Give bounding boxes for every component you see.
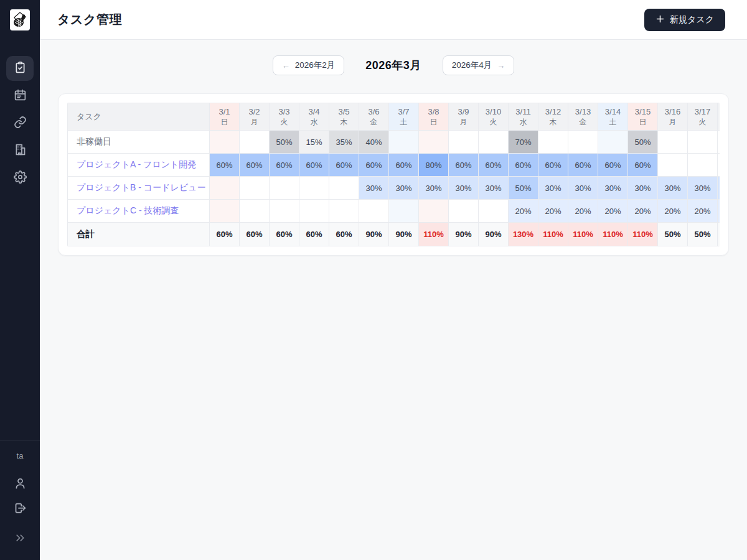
sidebar-nav: [6, 56, 34, 190]
allocation-cell: [449, 200, 479, 223]
allocation-cell: 60%: [538, 154, 568, 177]
collapse-sidebar-button[interactable]: [6, 526, 34, 551]
allocation-cell: 30%: [628, 177, 658, 200]
allocation-cell: [688, 131, 718, 154]
month-nav: ← 2026年2月 2026年3月 2026年4月 →: [40, 55, 747, 75]
allocation-card: タスク3/1日3/2月3/3火3/4水3/5木3/6金3/7土3/8日3/9月3…: [58, 93, 729, 256]
allocation-cell: 50%: [270, 131, 299, 154]
allocation-cell: 60%: [240, 154, 270, 177]
date-header: 3/14土: [598, 103, 628, 131]
allocation-cell: 70%: [509, 131, 538, 154]
allocation-cell: 20%: [598, 200, 628, 223]
allocation-cell: 30%: [538, 177, 568, 200]
allocation-cell: [718, 154, 720, 177]
date-header: 3/9月: [449, 103, 479, 131]
allocation-cell: 60%: [628, 154, 658, 177]
project-link[interactable]: プロジェクトB - コードレビュー: [68, 177, 210, 200]
allocation-cell: 30%: [598, 177, 628, 200]
allocation-cell: 60%: [568, 154, 598, 177]
allocation-cell: [449, 131, 479, 154]
allocation-cell: 30%: [568, 177, 598, 200]
new-task-button[interactable]: 新規タスク: [644, 9, 725, 31]
header: タスク管理 新規タスク: [40, 0, 747, 40]
allocation-cell: 20%: [658, 200, 688, 223]
sidebar-divider: [0, 441, 40, 441]
chevrons-right-icon: [14, 531, 27, 547]
allocation-cell: [299, 177, 329, 200]
project-link[interactable]: プロジェクトC - 技術調査: [68, 200, 210, 223]
prev-month-label: 2026年2月: [295, 60, 336, 71]
app-logo: [10, 9, 30, 30]
logo-image: [12, 11, 28, 29]
allocation-cell: 35%: [329, 131, 359, 154]
allocation-cell: [240, 131, 270, 154]
table-clip: タスク3/1日3/2月3/3火3/4水3/5木3/6金3/7土3/8日3/9月3…: [67, 103, 720, 246]
allocation-cell: [568, 131, 598, 154]
sidebar-item-links[interactable]: [6, 111, 34, 136]
allocation-cell: [210, 200, 240, 223]
total-cell: 90%: [479, 223, 509, 246]
allocation-cell: 60%: [329, 154, 359, 177]
allocation-cell: 60%: [509, 154, 538, 177]
date-header: 3/10火: [479, 103, 509, 131]
prev-month-button[interactable]: ← 2026年2月: [273, 55, 345, 75]
allocation-cell: [658, 154, 688, 177]
allocation-cell: 20%: [538, 200, 568, 223]
total-cell: 60%: [270, 223, 299, 246]
allocation-cell: 20%: [688, 200, 718, 223]
allocation-cell: 20%: [628, 200, 658, 223]
date-header: 3/15日: [628, 103, 658, 131]
page-title: タスク管理: [57, 11, 122, 28]
allocation-cell: [419, 200, 449, 223]
user-icon: [14, 477, 27, 492]
sidebar-item-tasks[interactable]: [6, 56, 34, 81]
allocation-cell: [210, 131, 240, 154]
allocation-cell: [419, 131, 449, 154]
total-cell: 110%: [628, 223, 658, 246]
total-row: 合計60%60%60%60%60%90%90%110%90%90%130%110…: [68, 223, 720, 246]
sidebar-item-company[interactable]: [6, 138, 34, 163]
user-menu-button[interactable]: [6, 472, 34, 497]
allocation-cell: [299, 200, 329, 223]
allocation-cell: [658, 131, 688, 154]
total-label: 合計: [68, 223, 210, 246]
date-header: 3/13金: [568, 103, 598, 131]
task-row: プロジェクトA - フロント開発60%60%60%60%60%60%60%80%…: [68, 154, 720, 177]
allocation-cell: 60%: [449, 154, 479, 177]
allocation-cell: 50%: [509, 177, 538, 200]
allocation-cell: 15%: [299, 131, 329, 154]
allocation-cell: 60%: [210, 154, 240, 177]
link-icon: [14, 116, 27, 131]
date-header: 3/8日: [419, 103, 449, 131]
allocation-cell: 60%: [479, 154, 509, 177]
plus-icon: [655, 14, 665, 26]
sidebar-item-calendar[interactable]: [6, 83, 34, 108]
allocation-cell: [359, 200, 389, 223]
building-icon: [14, 143, 27, 159]
task-row: 非稼働日50%15%35%40%70%50%: [68, 131, 720, 154]
total-cell: 110%: [568, 223, 598, 246]
allocation-cell: [240, 177, 270, 200]
new-task-button-label: 新規タスク: [670, 14, 714, 26]
allocation-cell: [688, 154, 718, 177]
total-cell: 110%: [538, 223, 568, 246]
allocation-cell: [538, 131, 568, 154]
next-month-button[interactable]: 2026年4月 →: [443, 55, 515, 75]
date-header: 3/12木: [538, 103, 568, 131]
logout-button[interactable]: [6, 497, 34, 521]
task-row: プロジェクトC - 技術調査20%20%20%20%20%20%20%20%: [68, 200, 720, 223]
task-row: プロジェクトB - コードレビュー30%30%30%30%30%50%30%30…: [68, 177, 720, 200]
allocation-cell: 30%: [449, 177, 479, 200]
allocation-cell: 60%: [270, 154, 299, 177]
sidebar-item-settings[interactable]: [6, 166, 34, 190]
allocation-cell: 60%: [389, 154, 419, 177]
arrow-left-icon: ←: [282, 61, 290, 70]
allocation-cell: [389, 200, 419, 223]
total-cell: 130%: [509, 223, 538, 246]
project-link[interactable]: プロジェクトA - フロント開発: [68, 154, 210, 177]
logout-icon: [14, 502, 27, 517]
sidebar-footer: ta: [0, 441, 40, 560]
allocation-cell: 30%: [688, 177, 718, 200]
date-header: 3/1日: [210, 103, 240, 131]
total-cell: 60%: [210, 223, 240, 246]
